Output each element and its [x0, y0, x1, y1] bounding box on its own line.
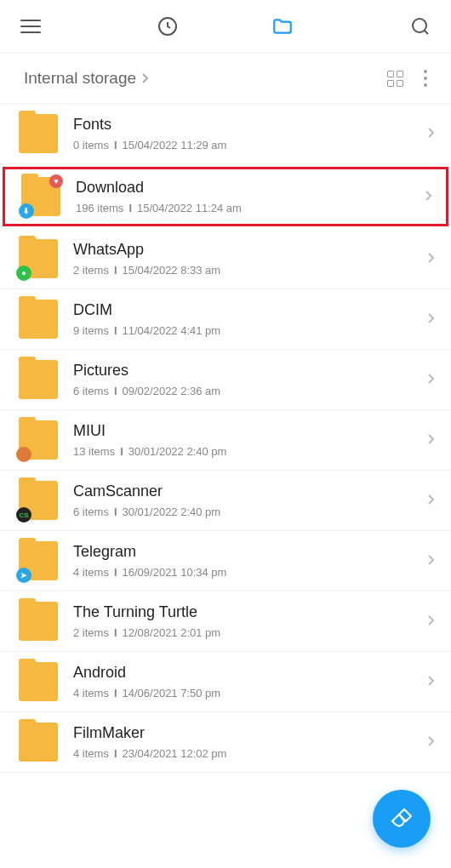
folder-row[interactable]: Fonts0 itemsI15/04/2022 11:29 am — [0, 104, 451, 164]
folder-row[interactable]: MIUI13 itemsI30/01/2022 2:40 pm — [0, 410, 451, 471]
folder-meta: 4 itemsI16/09/2021 10:34 pm — [73, 566, 427, 579]
header-row: Internal storage — [0, 54, 451, 104]
folder-row[interactable]: Android4 itemsI14/06/2021 7:50 pm — [0, 652, 451, 712]
search-icon[interactable] — [410, 16, 431, 37]
folder-info: Android4 itemsI14/06/2021 7:50 pm — [73, 664, 427, 700]
separator: I — [114, 505, 117, 518]
folder-name: Download — [76, 179, 425, 197]
folder-icon — [19, 602, 58, 641]
folder-icon — [19, 360, 58, 399]
more-icon[interactable] — [424, 70, 427, 87]
separator: I — [114, 385, 117, 397]
folder-item-count: 6 items — [73, 505, 109, 518]
folder-meta: 9 itemsI11/04/2022 4:41 pm — [73, 324, 427, 337]
folder-meta: 0 itemsI15/04/2022 11:29 am — [73, 139, 427, 151]
folder-item-count: 13 items — [73, 445, 115, 458]
chevron-right-icon — [427, 551, 436, 571]
folder-date: 16/09/2021 10:34 pm — [123, 566, 227, 579]
chevron-right-icon — [427, 310, 436, 329]
folder-date: 09/02/2022 2:36 am — [123, 385, 221, 397]
chevron-right-icon — [427, 672, 436, 692]
folder-info: The Turning Turtle2 itemsI12/08/2021 2:0… — [73, 603, 427, 639]
folder-date: 30/01/2022 2:40 pm — [128, 445, 227, 458]
folder-name: Pictures — [73, 362, 427, 380]
folder-date: 15/04/2022 11:29 am — [123, 139, 227, 151]
chevron-right-icon — [141, 72, 150, 84]
folder-info: FilmMaker4 itemsI23/04/2021 12:02 pm — [73, 724, 427, 760]
folder-badge-icon — [16, 447, 31, 462]
folder-badge-icon: ⬇ — [19, 203, 34, 219]
separator: I — [114, 264, 117, 277]
folder-meta: 196 itemsI15/04/2022 11:24 am — [76, 202, 425, 214]
chevron-right-icon — [427, 431, 436, 450]
folder-date: 12/08/2021 2:01 pm — [123, 626, 221, 639]
folder-row[interactable]: ➤Telegram4 itemsI16/09/2021 10:34 pm — [0, 531, 451, 591]
folder-date: 15/04/2022 8:33 am — [123, 264, 221, 277]
broom-icon — [387, 804, 416, 833]
folder-row[interactable]: DCIM9 itemsI11/04/2022 4:41 pm — [0, 289, 451, 350]
folder-name: Telegram — [73, 543, 427, 561]
folder-list: Fonts0 itemsI15/04/2022 11:29 am♥⬇Downlo… — [0, 104, 451, 773]
folder-icon — [19, 662, 58, 701]
folder-row[interactable]: CSCamScanner6 itemsI30/01/2022 2:40 pm — [0, 471, 451, 531]
folder-name: Fonts — [73, 116, 427, 134]
folder-row[interactable]: FilmMaker4 itemsI23/04/2021 12:02 pm — [0, 712, 451, 773]
folder-name: The Turning Turtle — [73, 603, 427, 621]
folder-meta: 2 itemsI15/04/2022 8:33 am — [73, 264, 427, 277]
breadcrumb[interactable]: Internal storage — [24, 69, 150, 88]
folder-meta: 4 itemsI23/04/2021 12:02 pm — [73, 747, 427, 760]
folder-row[interactable]: ♥⬇Download196 itemsI15/04/2022 11:24 am — [3, 167, 448, 226]
chevron-right-icon — [427, 733, 436, 752]
separator: I — [114, 324, 117, 337]
folder-icon: ● — [19, 239, 58, 278]
folder-info: Pictures6 itemsI09/02/2022 2:36 am — [73, 362, 427, 397]
folder-name: CamScanner — [73, 483, 427, 500]
folder-tab-icon[interactable] — [271, 15, 294, 37]
folder-row[interactable]: ●WhatsApp2 itemsI15/04/2022 8:33 am — [0, 229, 451, 289]
separator: I — [120, 445, 123, 458]
chevron-right-icon — [427, 124, 436, 144]
folder-item-count: 4 items — [73, 566, 109, 579]
folder-badge-icon: ➤ — [16, 568, 31, 583]
folder-meta: 2 itemsI12/08/2021 2:01 pm — [73, 626, 427, 639]
folder-meta: 6 itemsI30/01/2022 2:40 pm — [73, 505, 427, 518]
folder-item-count: 4 items — [73, 687, 109, 700]
folder-name: DCIM — [73, 301, 427, 319]
separator: I — [114, 747, 117, 760]
clean-fab-button[interactable] — [373, 790, 431, 848]
folder-badge-icon: CS — [16, 507, 31, 523]
folder-info: CamScanner6 itemsI30/01/2022 2:40 pm — [73, 483, 427, 518]
chevron-right-icon — [427, 491, 436, 511]
folder-icon: ➤ — [19, 541, 58, 580]
folder-date: 14/06/2021 7:50 pm — [123, 687, 221, 700]
folder-item-count: 2 items — [73, 264, 109, 277]
folder-item-count: 2 items — [73, 626, 109, 639]
chevron-right-icon — [427, 612, 436, 631]
chevron-right-icon — [427, 370, 436, 390]
folder-icon: CS — [19, 481, 58, 520]
folder-row[interactable]: Pictures6 itemsI09/02/2022 2:36 am — [0, 350, 451, 410]
folder-name: MIUI — [73, 422, 427, 440]
folder-item-count: 196 items — [76, 202, 123, 214]
folder-info: WhatsApp2 itemsI15/04/2022 8:33 am — [73, 241, 427, 277]
chevron-right-icon — [427, 249, 436, 269]
grid-view-icon[interactable] — [387, 71, 403, 87]
chevron-right-icon — [425, 187, 433, 207]
recent-tab-icon[interactable] — [157, 16, 178, 37]
folder-date: 23/04/2021 12:02 pm — [123, 747, 227, 760]
folder-item-count: 9 items — [73, 324, 109, 337]
folder-meta: 4 itemsI14/06/2021 7:50 pm — [73, 687, 427, 700]
separator: I — [114, 687, 117, 700]
folder-item-count: 4 items — [73, 747, 109, 760]
folder-item-count: 0 items — [73, 139, 109, 151]
folder-info: Fonts0 itemsI15/04/2022 11:29 am — [73, 116, 427, 151]
folder-info: Telegram4 itemsI16/09/2021 10:34 pm — [73, 543, 427, 579]
folder-meta: 6 itemsI09/02/2022 2:36 am — [73, 385, 427, 397]
folder-name: Android — [73, 664, 427, 682]
folder-item-count: 6 items — [73, 385, 109, 397]
top-bar — [0, 0, 451, 54]
folder-row[interactable]: The Turning Turtle2 itemsI12/08/2021 2:0… — [0, 591, 451, 652]
folder-date: 11/04/2022 4:41 pm — [123, 324, 221, 337]
hamburger-icon[interactable] — [20, 20, 41, 33]
folder-name: FilmMaker — [73, 724, 427, 742]
